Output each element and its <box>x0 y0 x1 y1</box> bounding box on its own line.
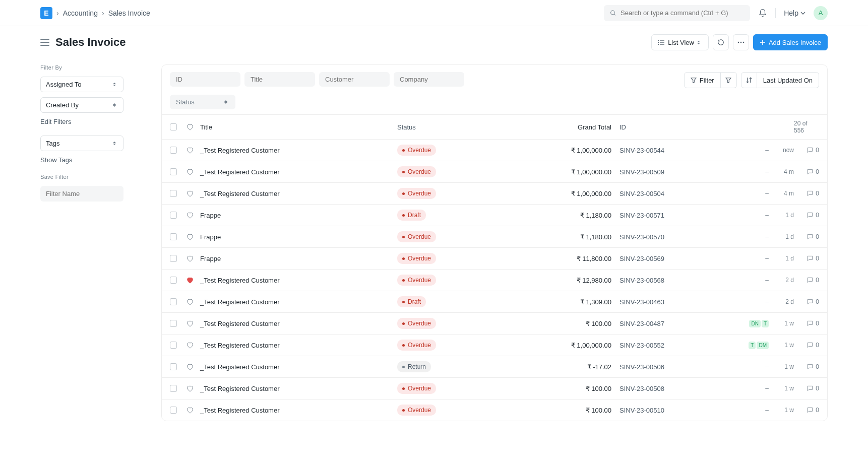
col-id[interactable]: ID <box>619 123 739 131</box>
heart-icon[interactable] <box>186 341 194 349</box>
row-checkbox[interactable] <box>170 168 177 175</box>
row-title[interactable]: _Test Registered Customer <box>200 385 397 392</box>
breadcrumb-accounting[interactable]: Accounting <box>63 9 98 17</box>
global-search[interactable] <box>604 5 750 21</box>
heart-icon[interactable] <box>186 319 194 327</box>
row-checkbox[interactable] <box>170 298 177 305</box>
table-row[interactable]: FrappeDraft₹ 1,180.00SINV-23-00571–1 d0 <box>162 204 827 226</box>
heart-icon[interactable] <box>186 233 194 241</box>
row-comments[interactable]: 0 <box>794 255 819 262</box>
row-id[interactable]: SINV-23-00508 <box>619 385 739 392</box>
sidebar-toggle-icon[interactable] <box>40 39 49 46</box>
row-id[interactable]: SINV-23-00487 <box>619 320 739 327</box>
row-title[interactable]: _Test Registered Customer <box>200 320 397 327</box>
row-checkbox[interactable] <box>170 363 177 370</box>
status-filter-select[interactable]: Status <box>170 95 235 109</box>
row-checkbox[interactable] <box>170 147 177 154</box>
heart-icon[interactable] <box>186 406 194 414</box>
table-row[interactable]: _Test Registered CustomerOverdue₹ 1,00,0… <box>162 139 827 161</box>
row-id[interactable]: SINV-23-00510 <box>619 407 739 414</box>
heart-icon[interactable] <box>186 363 194 371</box>
row-id[interactable]: SINV-23-00569 <box>619 255 739 262</box>
select-all-checkbox[interactable] <box>170 123 177 130</box>
heart-icon[interactable] <box>186 189 194 197</box>
row-comments[interactable]: 0 <box>794 147 819 154</box>
edit-filters-link[interactable]: Edit Filters <box>40 118 141 125</box>
row-title[interactable]: _Test Registered Customer <box>200 298 397 306</box>
row-comments[interactable]: 0 <box>794 342 819 349</box>
app-logo[interactable]: E <box>40 7 52 19</box>
table-row[interactable]: _Test Registered CustomerReturn₹ -17.02S… <box>162 356 827 377</box>
add-sales-invoice-button[interactable]: Add Sales Invoice <box>753 34 828 50</box>
show-tags-link[interactable]: Show Tags <box>40 156 141 164</box>
row-id[interactable]: SINV-23-00552 <box>619 342 739 349</box>
table-row[interactable]: _Test Registered CustomerOverdue₹ 1,00,0… <box>162 182 827 204</box>
search-input[interactable] <box>621 9 744 17</box>
table-row[interactable]: _Test Registered CustomerOverdue₹ 100.00… <box>162 312 827 334</box>
title-filter-input[interactable] <box>244 72 315 87</box>
filter-menu-button[interactable] <box>721 72 737 88</box>
heart-icon[interactable] <box>186 211 194 219</box>
row-comments[interactable]: 0 <box>794 233 819 240</box>
row-comments[interactable]: 0 <box>794 277 819 284</box>
row-title[interactable]: Frappe <box>200 255 397 262</box>
id-filter-input[interactable] <box>170 72 240 87</box>
row-checkbox[interactable] <box>170 212 177 219</box>
table-row[interactable]: _Test Registered CustomerDraft₹ 1,309.00… <box>162 291 827 312</box>
row-comments[interactable]: 0 <box>794 407 819 414</box>
tags-filter[interactable]: Tags <box>40 136 123 151</box>
row-id[interactable]: SINV-23-00504 <box>619 190 739 197</box>
row-checkbox[interactable] <box>170 277 177 284</box>
row-id[interactable]: SINV-23-00568 <box>619 277 739 284</box>
row-comments[interactable]: 0 <box>794 190 819 197</box>
row-checkbox[interactable] <box>170 255 177 262</box>
refresh-button[interactable] <box>713 34 729 50</box>
row-comments[interactable]: 0 <box>794 212 819 219</box>
table-row[interactable]: _Test Registered CustomerOverdue₹ 1,00,0… <box>162 161 827 182</box>
sort-direction-button[interactable] <box>741 72 757 88</box>
row-id[interactable]: SINV-23-00509 <box>619 168 739 176</box>
col-grand-total[interactable]: Grand Total <box>509 123 619 131</box>
row-comments[interactable]: 0 <box>794 385 819 392</box>
breadcrumb-sales-invoice[interactable]: Sales Invoice <box>108 9 150 17</box>
sort-by-button[interactable]: Last Updated On <box>757 72 819 88</box>
table-row[interactable]: FrappeOverdue₹ 11,800.00SINV-23-00569–1 … <box>162 247 827 269</box>
company-filter-input[interactable] <box>394 72 464 87</box>
heart-icon[interactable] <box>186 298 194 306</box>
row-comments[interactable]: 0 <box>794 168 819 175</box>
row-id[interactable]: SINV-23-00571 <box>619 212 739 219</box>
row-checkbox[interactable] <box>170 407 177 414</box>
row-checkbox[interactable] <box>170 342 177 349</box>
row-id[interactable]: SINV-23-00506 <box>619 363 739 371</box>
table-row[interactable]: FrappeOverdue₹ 1,180.00SINV-23-00570–1 d… <box>162 226 827 247</box>
row-id[interactable]: SINV-23-00544 <box>619 147 739 154</box>
table-row[interactable]: _Test Registered CustomerOverdue₹ 100.00… <box>162 399 827 421</box>
row-id[interactable]: SINV-23-00463 <box>619 298 739 306</box>
row-checkbox[interactable] <box>170 385 177 392</box>
row-title[interactable]: _Test Registered Customer <box>200 342 397 349</box>
row-id[interactable]: SINV-23-00570 <box>619 233 739 241</box>
filter-name-input[interactable] <box>40 186 123 202</box>
row-title[interactable]: Frappe <box>200 233 397 241</box>
col-title[interactable]: Title <box>200 123 397 131</box>
heart-icon[interactable] <box>186 168 194 176</box>
bell-icon[interactable] <box>758 9 767 18</box>
row-title[interactable]: _Test Registered Customer <box>200 277 397 284</box>
view-switcher[interactable]: List View <box>651 34 709 50</box>
row-title[interactable]: _Test Registered Customer <box>200 363 397 371</box>
row-comments[interactable]: 0 <box>794 363 819 370</box>
table-row[interactable]: _Test Registered CustomerOverdue₹ 12,980… <box>162 269 827 291</box>
heart-icon[interactable] <box>186 146 194 154</box>
more-button[interactable] <box>733 34 749 50</box>
row-checkbox[interactable] <box>170 233 177 240</box>
heart-icon[interactable] <box>186 123 194 131</box>
row-title[interactable]: _Test Registered Customer <box>200 168 397 176</box>
help-dropdown[interactable]: Help <box>784 9 805 17</box>
col-status[interactable]: Status <box>397 123 509 131</box>
row-title[interactable]: _Test Registered Customer <box>200 407 397 414</box>
table-row[interactable]: _Test Registered CustomerOverdue₹ 1,00,0… <box>162 334 827 356</box>
user-avatar[interactable]: A <box>814 6 828 20</box>
heart-icon[interactable] <box>186 254 194 262</box>
heart-icon[interactable] <box>186 276 194 284</box>
row-title[interactable]: _Test Registered Customer <box>200 147 397 154</box>
